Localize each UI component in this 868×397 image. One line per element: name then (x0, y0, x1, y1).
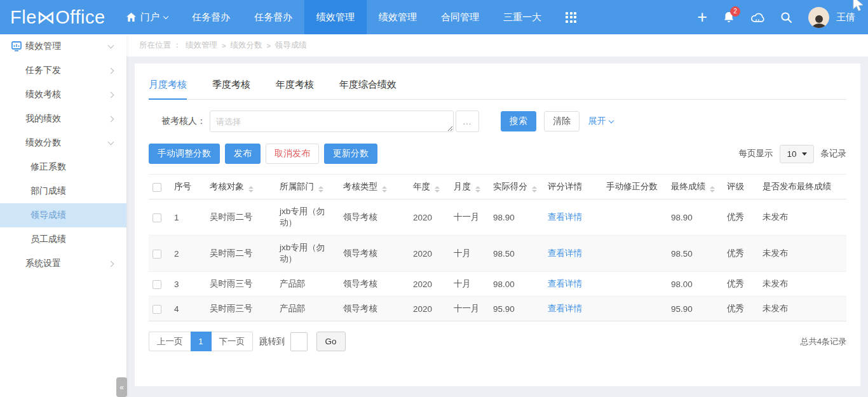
manual-adjust-button[interactable]: 手动调整分数 (149, 144, 220, 164)
nav-item-performance-active[interactable]: 绩效管理 (304, 0, 367, 34)
sidebar-item-performance-mgmt[interactable]: 绩效管理 (0, 34, 126, 58)
tab-yearly[interactable]: 年度考核 (276, 79, 314, 99)
notifications-button[interactable]: 2 (723, 11, 735, 24)
select-more-button[interactable]: ... (456, 111, 479, 132)
cloud-icon (750, 12, 764, 23)
breadcrumb-item[interactable]: 绩效分数 (230, 40, 262, 51)
search-button[interactable] (780, 11, 792, 24)
row-checkbox[interactable] (153, 250, 161, 259)
add-icon[interactable]: + (697, 11, 707, 24)
sort-icon[interactable] (475, 186, 480, 192)
jump-page-input[interactable] (290, 332, 308, 351)
nav-item-task-supervise-1[interactable]: 任务督办 (180, 0, 242, 34)
content-card: 月度考核 季度考核 年度考核 年度综合绩效 被考核人： ... 搜索 清除 展开… (135, 64, 860, 386)
nav-item-task-supervise-2[interactable]: 任务督办 (242, 0, 304, 34)
sidebar-item-leader-score[interactable]: 领导成绩 (0, 203, 126, 227)
sidebar-item-correction-factor[interactable]: 修正系数 (0, 155, 126, 179)
expand-link[interactable]: 展开 (588, 116, 613, 127)
collapse-icon: « (119, 383, 124, 392)
cell-month: 十月 (450, 236, 489, 272)
page-1-button[interactable]: 1 (191, 332, 212, 351)
prev-page-button[interactable]: 上一页 (149, 332, 191, 351)
sort-icon[interactable] (532, 186, 537, 192)
cell-year: 2020 (409, 199, 450, 236)
breadcrumb-item[interactable]: 领导成绩 (275, 40, 307, 51)
cell-dept: jxb专用（勿动） (276, 199, 339, 236)
sidebar-collapse-button[interactable]: « (116, 377, 127, 397)
go-button[interactable]: Go (316, 332, 346, 351)
sidebar-item-task-dispatch[interactable]: 任务下发 (0, 58, 126, 83)
clear-button[interactable]: 清除 (544, 111, 580, 131)
cell-published: 未发布 (759, 297, 846, 321)
row-checkbox[interactable] (153, 280, 161, 289)
chevron-right-icon (108, 67, 114, 74)
cell-manual (602, 297, 667, 321)
update-score-button[interactable]: 更新分数 (324, 144, 377, 164)
sidebar-item-performance-score[interactable]: 绩效分数 (0, 131, 126, 155)
scores-table: 序号 考核对象 所属部门 考核类型 年度 月度 实际得分 评分详情 手动修正分数… (149, 174, 846, 321)
user-avatar[interactable] (808, 7, 829, 28)
sort-icon[interactable] (248, 186, 254, 192)
table-header-row: 序号 考核对象 所属部门 考核类型 年度 月度 实际得分 评分详情 手动修正分数… (149, 175, 846, 199)
view-detail-link[interactable]: 查看详情 (548, 279, 582, 288)
app-logo[interactable]: Fle⋈Office (0, 6, 114, 28)
view-detail-link[interactable]: 查看详情 (548, 212, 582, 222)
cell-final: 98.50 (667, 236, 723, 272)
next-page-button[interactable]: 下一页 (212, 332, 254, 351)
col-published: 是否发布最终成绩 (759, 175, 846, 199)
cell-seq: 2 (170, 236, 206, 272)
assessee-input[interactable] (210, 111, 454, 132)
apps-grid-button[interactable] (553, 0, 588, 34)
tab-monthly[interactable]: 月度考核 (149, 79, 187, 100)
cloud-button[interactable] (750, 12, 764, 23)
sidebar-item-system-settings[interactable]: 系统设置 (0, 252, 126, 276)
sidebar-item-my-performance[interactable]: 我的绩效 (0, 107, 126, 131)
select-all-checkbox[interactable] (153, 183, 161, 192)
breadcrumb-item[interactable]: 绩效管理 (186, 40, 217, 51)
per-page-select[interactable]: 10 (780, 145, 813, 163)
total-records: 总共4条记录 (801, 336, 846, 347)
publish-button[interactable]: 发布 (225, 144, 261, 164)
sidebar-item-performance-review[interactable]: 绩效考核 (0, 83, 126, 107)
sort-icon[interactable] (710, 186, 715, 192)
nav-item-portal[interactable]: 门户 (114, 0, 180, 34)
sort-icon[interactable] (435, 186, 440, 192)
pagination: 上一页 1 下一页 跳转到 Go 总共4条记录 (149, 332, 846, 351)
view-detail-link[interactable]: 查看详情 (548, 248, 582, 258)
topbar: Fle⋈Office 门户 任务督办 任务督办 绩效管理 绩效管理 合同管理 三… (0, 0, 868, 34)
topbar-right: + 2 王倩 (697, 7, 868, 28)
chevron-down-icon (108, 139, 114, 145)
per-page-suffix: 条记录 (821, 148, 847, 159)
user-name[interactable]: 王倩 (836, 11, 855, 24)
unpublish-button[interactable]: 取消发布 (266, 144, 319, 164)
search-submit-button[interactable]: 搜索 (501, 111, 536, 131)
main-nav: 门户 任务督办 任务督办 绩效管理 绩效管理 合同管理 三重一大 (114, 0, 588, 34)
cell-person: 吴时雨二号 (206, 236, 276, 272)
actions-row: 手动调整分数 发布 取消发布 更新分数 每页显示 10 条记录 (149, 144, 846, 164)
row-checkbox[interactable] (153, 213, 161, 222)
cell-month: 十月 (450, 272, 489, 297)
chevron-down-icon (163, 13, 168, 18)
sort-icon[interactable] (382, 186, 387, 192)
tab-yearly-comprehensive[interactable]: 年度综合绩效 (339, 79, 397, 99)
nav-item-three-major[interactable]: 三重一大 (491, 0, 553, 34)
sidebar-item-employee-score[interactable]: 员工成绩 (0, 227, 126, 252)
cell-score: 98.50 (489, 236, 544, 272)
sort-icon[interactable] (318, 186, 323, 192)
cell-year: 2020 (409, 297, 450, 321)
nav-item-contract[interactable]: 合同管理 (429, 0, 491, 34)
tab-quarterly[interactable]: 季度考核 (212, 79, 250, 99)
view-detail-link[interactable]: 查看详情 (548, 304, 582, 313)
breadcrumb: 所在位置 ： 绩效管理 > 绩效分数 > 领导成绩 (126, 34, 868, 57)
cell-seq: 1 (170, 199, 206, 236)
nav-item-performance-2[interactable]: 绩效管理 (367, 0, 429, 34)
cell-rating: 优秀 (723, 199, 759, 236)
sidebar-item-dept-score[interactable]: 部门成绩 (0, 179, 126, 203)
cell-type: 领导考核 (339, 272, 409, 297)
col-type: 考核类型 (339, 175, 409, 199)
cell-rating: 优秀 (723, 272, 759, 297)
cell-dept: jxb专用（勿动） (276, 236, 339, 272)
row-checkbox[interactable] (153, 305, 161, 314)
cell-published: 未发布 (759, 272, 846, 297)
col-seq: 序号 (170, 175, 206, 199)
